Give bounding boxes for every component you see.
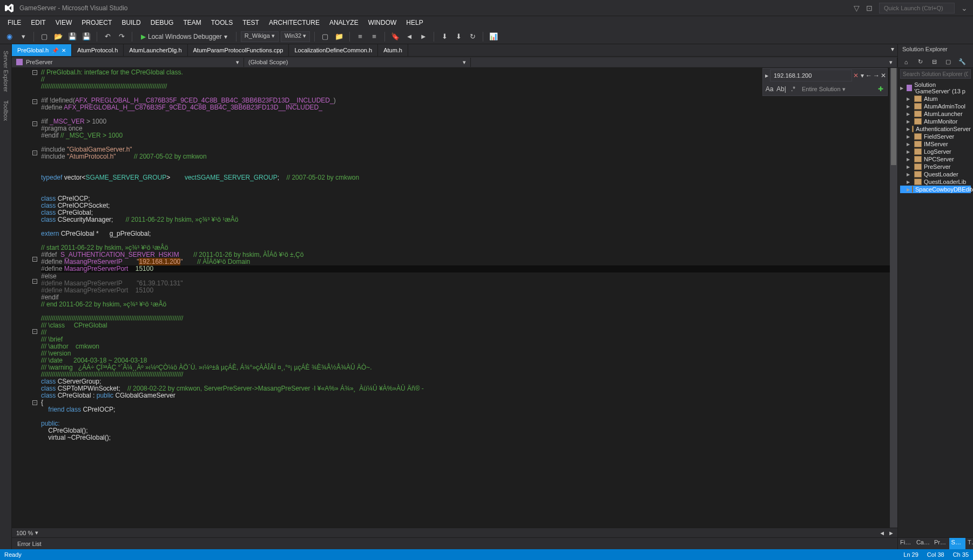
fold-toggle[interactable]: − [32,257,37,262]
fold-toggle[interactable]: − [32,329,37,334]
back-dropdown[interactable]: ▾ [17,31,29,43]
menu-debug[interactable]: DEBUG [146,18,178,28]
collapse-button[interactable]: ⊟ [928,56,940,68]
menu-analyze[interactable]: ANALYZE [325,18,363,28]
tree-project[interactable]: ▶AuthenticationServer [900,125,971,133]
right-panel-tab[interactable]: T [965,538,973,549]
file-tab[interactable]: PreGlobal.h📌✕ [12,44,72,56]
bookmark-button[interactable]: 🔖 [389,31,401,43]
scroll-thumb[interactable] [891,68,896,165]
tree-project[interactable]: ▶AtumLauncher [900,110,971,118]
tool-icon[interactable]: 📁 [333,31,345,43]
file-tab[interactable]: Atum.h [378,44,408,56]
tool-icon[interactable]: ▢ [319,31,331,43]
pin-icon[interactable]: 📌 [52,47,58,53]
fold-toggle[interactable]: − [32,279,37,284]
tree-project[interactable]: ▶AtumMonitor [900,118,971,125]
tree-project[interactable]: ▶LogServer [900,148,971,155]
nav-member-dropdown[interactable]: ▾ [471,58,897,67]
hscroll-right[interactable]: ► [888,530,894,536]
menu-window[interactable]: WINDOW [364,18,401,28]
notification-icon[interactable]: ▽ [854,4,860,12]
menu-help[interactable]: HELP [402,18,427,28]
find-close-button[interactable]: ✕ [853,70,859,81]
properties-button[interactable]: 🔧 [956,56,968,68]
zoom-dropdown[interactable]: ▾ [35,529,38,536]
back-button[interactable]: ◉ [3,31,15,43]
search-scope-dropdown[interactable]: Entire Solution ▾ [800,85,874,94]
tool-icon[interactable]: ↻ [467,31,478,43]
code-editor[interactable]: −−−−−−−− // PreGlobal.h: interface for t… [12,68,897,528]
close-icon[interactable]: ✕ [62,47,66,53]
find-prev-button[interactable]: ← [866,70,872,81]
tool-icon[interactable]: ⬇ [438,31,450,43]
show-all-button[interactable]: ▢ [942,56,954,68]
menu-view[interactable]: VIEW [51,18,77,28]
comment-button[interactable]: ≡ [354,31,366,43]
menu-build[interactable]: BUILD [117,18,145,28]
server-explorer-tab[interactable]: Server Explorer [2,46,10,96]
expand-replace-button[interactable]: ▸ [764,70,769,81]
tree-project[interactable]: ▶IMServer [900,140,971,148]
right-panel-tab[interactable]: Call... [914,538,932,549]
tree-project[interactable]: ▶FieldServer [900,133,971,140]
tree-project[interactable]: ▶QuestLoader [900,170,971,178]
find-dropdown[interactable]: ▾ [860,70,864,81]
fold-toggle[interactable]: − [32,151,37,155]
tree-project[interactable]: ▶SpaceCowboyDBEditorT [900,186,971,193]
quick-launch-input[interactable] [879,3,955,13]
solution-tree[interactable]: ▶Solution 'GameServer' (13 p▶Atum▶AtumAd… [898,80,973,537]
regex-button[interactable]: .* [788,84,799,94]
match-case-button[interactable]: Aa [764,84,775,94]
file-tab[interactable]: AtumProtocol.h [72,44,124,56]
whole-word-button[interactable]: Ab| [776,84,787,94]
toolbox-tab[interactable]: Toolbox [2,96,10,125]
file-tab[interactable]: AtumLauncherDlg.h [124,44,187,56]
right-panel-tab[interactable]: Sol... [949,538,965,549]
tree-project[interactable]: ▶Atum [900,95,971,103]
menu-tools[interactable]: TOOLS [207,18,237,28]
sync-button[interactable]: ↻ [914,56,926,68]
zoom-level[interactable]: 100 % [16,530,35,536]
tree-project[interactable]: ▶AtumAdminTool [900,103,971,110]
uncomment-button[interactable]: ≡ [368,31,380,43]
caret-down-icon[interactable]: ⌄ [961,4,968,12]
fold-toggle[interactable]: − [32,99,37,104]
hscroll-left[interactable]: ◄ [879,530,885,536]
file-tab[interactable]: AtumParamProtocolFunctions.cpp [188,44,289,56]
fold-toggle[interactable]: − [32,121,37,126]
tree-project[interactable]: ▶PreServer [900,163,971,170]
fold-toggle[interactable]: − [32,70,37,75]
bookmark-next[interactable]: ► [417,31,429,43]
find-input[interactable] [770,70,852,81]
tool-icon[interactable]: 📊 [488,31,499,43]
vertical-scrollbar[interactable] [890,68,897,528]
tool-icon[interactable]: ⬇ [452,31,464,43]
nav-project-dropdown[interactable]: PreServer ▾ [12,58,244,67]
tab-overflow-button[interactable]: ▾ [888,44,897,56]
bookmark-prev[interactable]: ◄ [403,31,415,43]
save-button[interactable]: 💾 [66,31,78,43]
find-next-button[interactable]: → [873,70,880,81]
tree-project[interactable]: ▶QuestLoaderLib [900,178,971,186]
solution-search-input[interactable] [900,69,971,79]
redo-button[interactable]: ↷ [116,31,127,43]
menu-edit[interactable]: EDIT [26,18,50,28]
menu-team[interactable]: TEAM [179,18,205,28]
menu-test[interactable]: TEST [238,18,263,28]
tree-solution-root[interactable]: ▶Solution 'GameServer' (13 p [900,81,971,95]
config-dropdown[interactable]: R_Wikiga ▾ [241,31,279,42]
new-project-button[interactable]: ▢ [38,31,50,43]
menu-architecture[interactable]: ARCHITECTURE [265,18,324,28]
open-button[interactable]: 📂 [52,31,64,43]
tree-project[interactable]: ▶NPCServer [900,155,971,163]
find-panel-close[interactable]: ✕ [881,70,886,81]
undo-button[interactable]: ↶ [102,31,113,43]
nav-scope-dropdown[interactable]: (Global Scope) ▾ [244,58,471,67]
platform-dropdown[interactable]: Win32 ▾ [281,31,310,42]
menu-project[interactable]: PROJECT [77,18,116,28]
search-add-button[interactable]: ✚ [875,84,886,94]
home-button[interactable]: ⌂ [900,56,912,68]
bottom-tab[interactable]: Error List [12,538,47,549]
save-all-button[interactable]: 💾 [80,31,92,43]
